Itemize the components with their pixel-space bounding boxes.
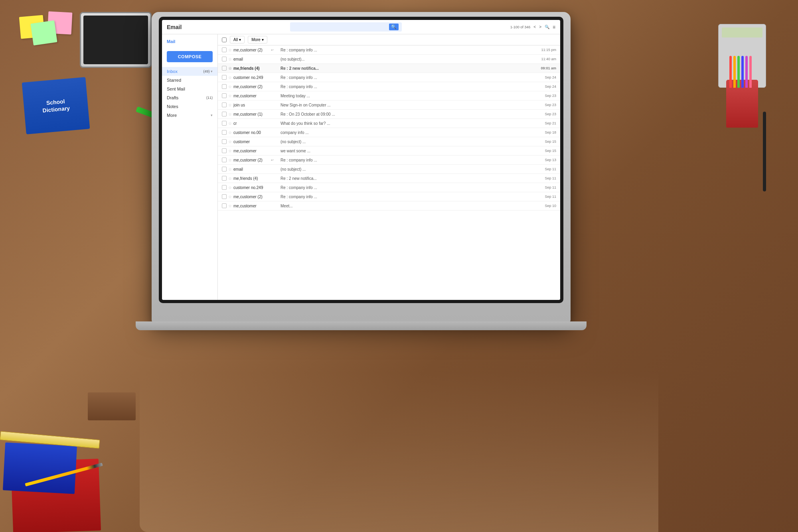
reply-icon: ↩ [271,48,274,52]
star-icon[interactable]: ☆ [228,149,232,153]
star-icon[interactable]: ☆ [228,75,232,80]
email-time: Sep 11 [536,167,556,171]
email-row[interactable]: ☆ me,friends (4) Re : 2 new notifica... … [218,64,560,73]
email-checkbox[interactable] [222,75,227,80]
star-icon[interactable]: ☆ [228,158,232,162]
all-dropdown-button[interactable]: All ▾ [230,36,245,43]
email-checkbox[interactable] [222,93,227,98]
blue-book [3,442,77,494]
app-header: Email 🔍 1-100 of 346 < > 🔍 ≡ [162,20,560,34]
more-label: More [251,37,261,42]
email-checkbox[interactable] [222,57,227,61]
star-icon[interactable]: ☆ [228,140,232,144]
email-row[interactable]: ☆ join us New Sign-in on Computer ... Se… [218,100,560,110]
email-subject: (no subject)... [280,57,535,61]
dictionary-book: SchoolDictionary [22,77,90,134]
star-icon[interactable]: ☆ [228,103,232,107]
search-button[interactable]: 🔍 [389,24,399,30]
email-checkbox[interactable] [222,185,227,190]
star-icon[interactable]: ☆ [228,195,232,199]
main-content: All ▾ More ▾ ☆ me,customer (2) [218,34,560,300]
email-subject: New Sign-in on Computer ... [280,103,535,107]
email-time: 11:15 pm [536,48,556,52]
email-row[interactable]: ☆ me,customer (2) Re : company info ... … [218,192,560,201]
star-icon[interactable]: ☆ [228,66,232,71]
email-row[interactable]: ☆ customer (no subject) ... Sep 15 [218,137,560,146]
email-row[interactable]: ☆ me,customer we want some ... Sep 15 [218,146,560,156]
email-row[interactable]: ☆ me,customer (2) Re : company info ... … [218,82,560,91]
star-icon[interactable]: ☆ [228,185,232,190]
sidebar-item-starred[interactable]: Starred [162,76,217,85]
email-subject: Re : 2 new notifica... [280,66,535,71]
star-icon[interactable]: ☆ [228,176,232,181]
laptop-bezel: Email 🔍 1-100 of 346 < > 🔍 ≡ [159,17,563,303]
compose-button[interactable]: COMPOSE [167,51,213,62]
email-row[interactable]: ☆ me,friends (4) Re : 2 new notifica... … [218,174,560,183]
laptop-screen: Email 🔍 1-100 of 346 < > 🔍 ≡ [162,20,560,300]
star-icon[interactable]: ☆ [228,121,232,126]
drafts-badge: (11) [206,96,213,100]
email-checkbox[interactable] [222,84,227,89]
email-checkbox[interactable] [222,121,227,126]
email-checkbox[interactable] [222,158,227,162]
more-dropdown-button[interactable]: More ▾ [248,36,267,43]
star-icon[interactable]: ☆ [228,85,232,89]
star-icon[interactable]: ☆ [228,48,232,52]
email-checkbox[interactable] [222,47,227,52]
email-checkbox[interactable] [222,148,227,153]
email-sender: email [233,167,269,171]
email-checkbox[interactable] [222,194,227,199]
menu-icon[interactable]: ≡ [553,24,555,30]
nav-next-icon[interactable]: > [539,25,541,29]
email-subject: company info ... [280,130,535,135]
email-row[interactable]: ☆ cr What do you think so far? ... Sep 2… [218,119,560,128]
email-checkbox[interactable] [222,176,227,181]
email-checkbox[interactable] [222,102,227,107]
email-subject: Re : company info ... [280,195,535,199]
email-row[interactable]: ☆ email (no subject) ... Sep 11 [218,165,560,174]
email-time: Sep 21 [536,121,556,125]
page-count: 1-100 of 346 [510,25,531,29]
nav-prev-icon[interactable]: < [533,25,536,29]
email-checkbox[interactable] [222,167,227,171]
email-checkbox[interactable] [222,66,227,71]
star-icon[interactable]: ☆ [228,94,232,98]
email-row[interactable]: ☆ customer no.249 Re : company info ... … [218,73,560,82]
tablet-device [80,12,152,68]
pen-holder [726,80,758,128]
email-row[interactable]: ☆ customer no.249 Re : company info ... … [218,183,560,192]
sidebar-item-notes[interactable]: Notes [162,102,217,111]
sidebar-item-inbox[interactable]: Inbox (49) ▾ [162,67,217,76]
email-checkbox[interactable] [222,139,227,144]
email-sender: customer [233,140,269,144]
email-row[interactable]: ☆ me,customer (2) ↩ Re : company info ..… [218,156,560,165]
sidebar-notes-label: Notes [167,104,178,109]
inbox-expand-icon: (49) ▾ [203,69,213,73]
email-row[interactable]: ☆ me,customer Meeting today ... Sep 23 [218,91,560,100]
email-time: 09:01 am [536,66,556,70]
star-icon[interactable]: ☆ [228,167,232,171]
all-arrow-icon: ▾ [239,37,241,42]
sidebar-item-sent[interactable]: Sent Mail [162,85,217,93]
email-checkbox[interactable] [222,112,227,116]
email-row[interactable]: ☆ me,customer (2) ↩ Re : company info ..… [218,45,560,55]
select-all-checkbox[interactable] [222,37,227,42]
sidebar-item-more[interactable]: More ▾ [162,111,217,120]
email-sender: me,customer [233,149,269,153]
email-row[interactable]: ☆ me,customer (1) Re : On 23 October at … [218,110,560,119]
email-row[interactable]: ☆ email (no subject)... 11:40 am [218,55,560,64]
email-checkbox[interactable] [222,130,227,135]
email-subject: (no subject) ... [280,140,535,144]
email-sender: me,customer (2) [233,85,269,89]
sidebar-item-drafts[interactable]: Drafts (11) [162,93,217,102]
star-icon[interactable]: ☆ [228,112,232,116]
star-icon[interactable]: ☆ [228,130,232,135]
search-input[interactable] [293,25,389,29]
star-icon[interactable]: ☆ [228,204,232,208]
email-checkbox[interactable] [222,203,227,208]
email-row[interactable]: ☆ me,customer Meet... Sep 10 [218,201,560,211]
email-time: Sep 11 [536,195,556,199]
star-icon[interactable]: ☆ [228,57,232,61]
email-row[interactable]: ☆ customer no.00 company info ... Sep 18 [218,128,560,137]
search-icon[interactable]: 🔍 [545,25,549,29]
